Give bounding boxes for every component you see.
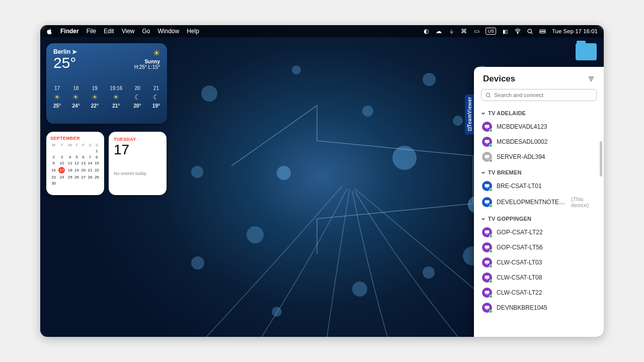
search-field[interactable] bbox=[494, 92, 592, 98]
menu-go[interactable]: Go bbox=[142, 28, 150, 35]
sun-icon: ☀ bbox=[92, 93, 98, 101]
camera-icon[interactable]: ⌘ bbox=[460, 28, 467, 35]
device-name: DEVELOPMENTNOTE… bbox=[497, 199, 565, 206]
input-source-icon[interactable]: US bbox=[486, 28, 496, 35]
menu-file[interactable]: File bbox=[87, 28, 96, 35]
filter-icon[interactable] bbox=[588, 75, 595, 82]
agenda-no-events: No events today bbox=[114, 171, 162, 176]
menu-window[interactable]: Window bbox=[158, 28, 180, 35]
desktop-screen: Finder File Edit View Go Window Help ◐ ☁… bbox=[40, 25, 604, 337]
device-suffix: (This device) bbox=[571, 196, 599, 208]
device-name: DEVNBKBRE1045 bbox=[497, 304, 547, 311]
desktop-folder-icon[interactable] bbox=[576, 43, 597, 60]
moon-icon: ☾ bbox=[134, 93, 141, 101]
chevron-down-icon bbox=[481, 217, 486, 221]
svg-rect-23 bbox=[487, 249, 488, 249]
apple-menu-icon[interactable] bbox=[46, 28, 53, 35]
svg-rect-12 bbox=[485, 140, 490, 143]
svg-rect-24 bbox=[485, 260, 490, 263]
menu-help[interactable]: Help bbox=[187, 28, 199, 35]
device-icon bbox=[482, 303, 492, 313]
svg-rect-10 bbox=[485, 125, 490, 128]
menubar-right: ◐ ☁ ⏚ ⌘ ▭ US ▮▯ Tue Sep 17 16:01 bbox=[423, 28, 598, 35]
menu-edit[interactable]: Edit bbox=[104, 28, 114, 35]
calendar-day-widget[interactable]: TUESDAY 17 No events today bbox=[109, 132, 167, 195]
device-icon bbox=[482, 137, 492, 147]
device-row[interactable]: MCBDESADL0002 bbox=[481, 134, 600, 149]
svg-point-0 bbox=[517, 33, 518, 33]
group-header[interactable]: TV BREMEN bbox=[481, 169, 600, 175]
device-row[interactable]: CLW-CSAT-LT03 bbox=[481, 255, 600, 270]
device-name: CLW-CSAT-LT03 bbox=[497, 259, 542, 266]
agenda-day: 17 bbox=[114, 143, 162, 157]
teamviewer-side-tab[interactable]: ⊡ TeamViewer bbox=[465, 95, 474, 135]
weather-hour: 19:16 ☀ 21° bbox=[110, 85, 122, 109]
device-icon bbox=[482, 197, 492, 207]
menu-view[interactable]: View bbox=[122, 28, 135, 35]
svg-point-1 bbox=[528, 29, 532, 33]
svg-rect-31 bbox=[487, 309, 488, 310]
menubar-left: Finder File Edit View Go Window Help bbox=[46, 28, 199, 35]
scrollbar-thumb[interactable] bbox=[600, 141, 602, 176]
device-name: MCBDEVADL4123 bbox=[497, 123, 547, 130]
calendar-month-widget[interactable]: SEPTEMBER MTWTFSS12345678910111213141516… bbox=[46, 132, 104, 195]
calendar-month-label: SEPTEMBER bbox=[50, 136, 100, 141]
weather-hour: 20 ☾ 20° bbox=[133, 85, 141, 109]
svg-rect-19 bbox=[487, 204, 488, 204]
devices-panel: Devices TV ADELAIDE MCBDEVADL4123 MCBDES… bbox=[474, 67, 604, 337]
teamviewer-logo-icon: ⊡ bbox=[467, 127, 472, 131]
search-input[interactable] bbox=[481, 89, 597, 101]
clock[interactable]: Tue Sep 17 16:01 bbox=[552, 28, 598, 34]
weather-hour: 21 ☾ 19° bbox=[152, 85, 160, 109]
svg-point-8 bbox=[486, 93, 490, 97]
weather-hour: 17 ☀ 25° bbox=[53, 85, 61, 109]
svg-line-9 bbox=[490, 96, 491, 97]
sunset-icon: ☀ bbox=[113, 93, 119, 101]
device-row[interactable]: CLW-CSAT-LT08 bbox=[481, 270, 600, 285]
cloud-sync-icon[interactable]: ☁ bbox=[435, 28, 442, 35]
device-row[interactable]: DEVNBKBRE1045 bbox=[481, 300, 600, 315]
device-row[interactable]: GOP-CSAT-LT22 bbox=[481, 225, 600, 240]
svg-rect-16 bbox=[485, 184, 490, 187]
device-name: SERVER-ADL394 bbox=[497, 153, 545, 160]
device-row[interactable]: MCBDEVADL4123 bbox=[481, 119, 600, 134]
group-header[interactable]: TV ADELAIDE bbox=[481, 110, 600, 116]
moon-icon: ☾ bbox=[153, 93, 159, 101]
battery-icon[interactable]: ▮▯ bbox=[502, 28, 509, 35]
weather-widget[interactable]: Berlin➤ 25° ☀ Sunny H:25° L:15° 17 ☀ 25°… bbox=[46, 43, 167, 124]
device-name: MCBDESADL0002 bbox=[497, 138, 547, 145]
network-icon[interactable]: ⏚ bbox=[448, 28, 455, 35]
svg-rect-18 bbox=[485, 200, 490, 203]
device-row[interactable]: SERVER-ADL394 bbox=[481, 149, 600, 164]
sun-icon: ☀ bbox=[134, 48, 160, 58]
svg-rect-28 bbox=[485, 291, 490, 294]
chevron-down-icon bbox=[481, 111, 486, 116]
panel-title: Devices bbox=[483, 74, 515, 84]
device-row[interactable]: CLW-CSAT-LT22 bbox=[481, 285, 600, 300]
device-row[interactable]: BRE-CSAT-LT01 bbox=[481, 178, 600, 194]
teamviewer-status-icon[interactable]: ◐ bbox=[423, 28, 430, 35]
svg-rect-29 bbox=[487, 294, 488, 295]
group-header[interactable]: TV GOPPINGEN bbox=[481, 216, 600, 222]
menubar: Finder File Edit View Go Window Help ◐ ☁… bbox=[40, 25, 604, 37]
device-name: BRE-CSAT-LT01 bbox=[497, 183, 542, 190]
control-center-icon[interactable] bbox=[539, 28, 546, 35]
screen-mirroring-icon[interactable]: ▭ bbox=[473, 28, 480, 35]
device-icon bbox=[482, 288, 492, 298]
svg-rect-14 bbox=[485, 155, 490, 158]
device-row[interactable]: DEVELOPMENTNOTE… (This device) bbox=[481, 194, 600, 211]
device-icon bbox=[482, 257, 492, 267]
spotlight-icon[interactable] bbox=[527, 28, 534, 35]
svg-rect-15 bbox=[487, 158, 488, 159]
device-name: GOP-CSAT-LT22 bbox=[497, 229, 543, 236]
wifi-icon[interactable] bbox=[514, 28, 521, 35]
weather-condition: ☀ Sunny H:25° L:15° bbox=[134, 48, 160, 70]
device-row[interactable]: GOP-CSAT-LT56 bbox=[481, 240, 600, 255]
svg-rect-20 bbox=[485, 230, 490, 233]
device-name: CLW-CSAT-LT22 bbox=[497, 289, 542, 296]
device-icon bbox=[482, 181, 492, 191]
device-icon bbox=[482, 122, 492, 132]
svg-rect-22 bbox=[485, 245, 490, 248]
weather-hour: 18 ☀ 24° bbox=[72, 85, 79, 109]
app-name[interactable]: Finder bbox=[60, 28, 79, 35]
